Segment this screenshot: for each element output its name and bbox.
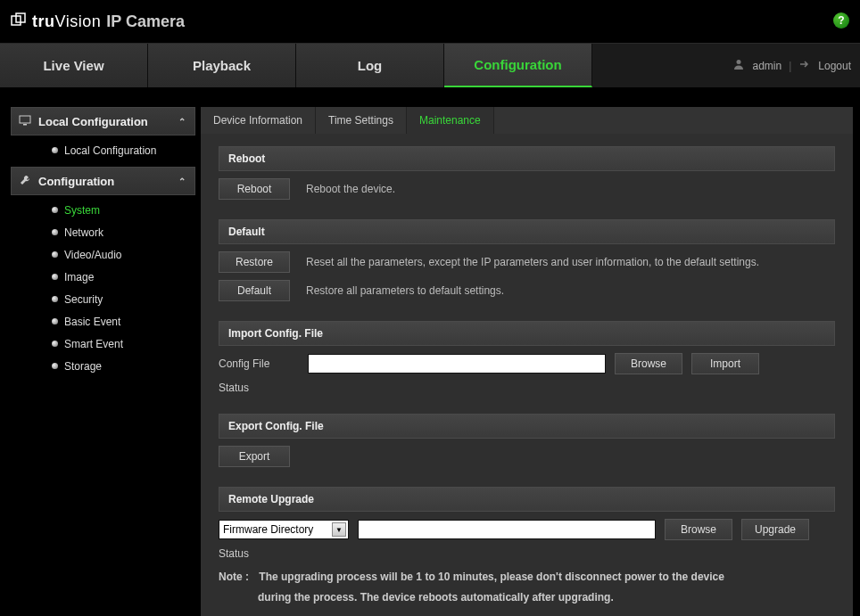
brand-subtitle: IP Camera (106, 12, 185, 31)
sidebar: Local Configuration ⌃ Local Configuratio… (11, 107, 195, 616)
svg-point-2 (737, 60, 741, 64)
sidebar-item-label: System (64, 204, 100, 217)
note-label: Note : (219, 567, 256, 587)
sidebar-group-configuration[interactable]: Configuration ⌃ (11, 167, 195, 195)
sidebar-item-security[interactable]: Security (11, 288, 195, 310)
sidebar-group-label: Configuration (38, 175, 114, 188)
user-icon (732, 58, 745, 73)
sidebar-item-storage[interactable]: Storage (11, 355, 195, 377)
sub-tab-device-info[interactable]: Device Information (201, 107, 316, 134)
sidebar-item-label: Storage (64, 360, 102, 373)
reboot-desc: Reboot the device. (306, 183, 395, 195)
sidebar-item-label: Image (64, 271, 94, 283)
svg-rect-3 (20, 116, 30, 123)
upgrade-browse-button[interactable]: Browse (665, 519, 732, 540)
tab-playback[interactable]: Playback (148, 44, 296, 87)
config-file-input[interactable] (308, 354, 606, 374)
chevron-up-icon: ⌃ (178, 117, 186, 127)
upgrade-note: Note : The upgrading process will be 1 t… (219, 560, 835, 608)
help-icon[interactable]: ? (833, 12, 849, 29)
main-tab-bar: Live View Playback Log Configuration adm… (0, 43, 860, 88)
upgrade-status-label: Status (219, 547, 249, 560)
sidebar-item-image[interactable]: Image (11, 266, 195, 288)
sidebar-item-basic-event[interactable]: Basic Event (11, 310, 195, 333)
note-line2: during the process. The device reboots a… (219, 591, 614, 604)
sidebar-group-local[interactable]: Local Configuration ⌃ (11, 107, 195, 136)
import-button[interactable]: Import (691, 353, 759, 374)
restore-button[interactable]: Restore (219, 251, 290, 273)
brand-bold: tru (32, 12, 55, 30)
note-line1: The upgrading process will be 1 to 10 mi… (259, 571, 724, 583)
section-header: Remote Upgrade (219, 487, 835, 512)
username: admin (752, 60, 781, 72)
sub-tab-bar: Device Information Time Settings Mainten… (201, 107, 853, 134)
upgrade-button[interactable]: Upgrade (741, 519, 809, 540)
section-reboot: Reboot Reboot Reboot the device. (219, 146, 835, 200)
firmware-select-value: Firmware Directory (223, 523, 313, 536)
section-upgrade: Remote Upgrade Firmware Directory ▼ Brow… (219, 487, 835, 608)
default-desc: Restore all parameters to default settin… (306, 284, 504, 297)
sub-tab-maintenance[interactable]: Maintenance (407, 107, 494, 134)
browse-button[interactable]: Browse (615, 353, 682, 374)
sidebar-group-label: Local Configuration (38, 115, 148, 128)
sidebar-item-label: Network (64, 226, 103, 239)
svg-rect-4 (23, 124, 27, 126)
user-area: admin | Logout (732, 44, 860, 87)
default-button[interactable]: Default (219, 280, 290, 301)
sidebar-item-system[interactable]: System (11, 199, 195, 221)
sidebar-item-network[interactable]: Network (11, 221, 195, 243)
wrench-icon (19, 174, 31, 189)
tab-configuration[interactable]: Configuration (444, 44, 592, 87)
sidebar-item-video-audio[interactable]: Video/Audio (11, 243, 195, 266)
section-header: Reboot (219, 146, 835, 171)
tab-live-view[interactable]: Live View (0, 44, 148, 87)
reboot-button[interactable]: Reboot (219, 178, 290, 200)
restore-desc: Reset all the parameters, except the IP … (306, 256, 759, 268)
import-status-label: Status (219, 382, 308, 394)
monitor-icon (19, 115, 31, 128)
main-panel: Device Information Time Settings Mainten… (201, 107, 853, 616)
sidebar-item-smart-event[interactable]: Smart Event (11, 333, 195, 355)
sidebar-item-label: Smart Event (64, 338, 123, 350)
section-header: Default (219, 219, 835, 244)
brand-name: truVision (32, 12, 101, 31)
brand-logo-icon (11, 12, 27, 31)
brand-rest: Vision (55, 12, 102, 30)
section-export: Export Config. File Export (219, 414, 835, 467)
brand-bar: truVision IP Camera ? (0, 0, 860, 43)
sub-tab-time-settings[interactable]: Time Settings (316, 107, 407, 134)
sidebar-item-local-configuration[interactable]: Local Configuration (11, 139, 195, 161)
sidebar-item-label: Local Configuration (64, 144, 156, 157)
section-header: Import Config. File (219, 321, 835, 346)
section-default: Default Restore Reset all the parameters… (219, 219, 835, 301)
chevron-up-icon: ⌃ (178, 177, 186, 186)
firmware-select[interactable]: Firmware Directory ▼ (219, 520, 349, 539)
section-import: Import Config. File Config File Browse I… (219, 321, 835, 394)
tab-log[interactable]: Log (296, 44, 444, 87)
sidebar-item-label: Security (64, 293, 103, 306)
config-file-label: Config File (219, 357, 308, 370)
section-header: Export Config. File (219, 414, 835, 439)
sidebar-item-label: Video/Audio (64, 249, 122, 261)
sidebar-item-label: Basic Event (64, 316, 120, 328)
firmware-path-input[interactable] (358, 520, 656, 539)
chevron-down-icon: ▼ (332, 522, 346, 537)
logout-link[interactable]: Logout (818, 60, 851, 72)
export-button[interactable]: Export (219, 446, 290, 467)
separator: | (789, 60, 791, 72)
logout-icon (798, 58, 811, 73)
